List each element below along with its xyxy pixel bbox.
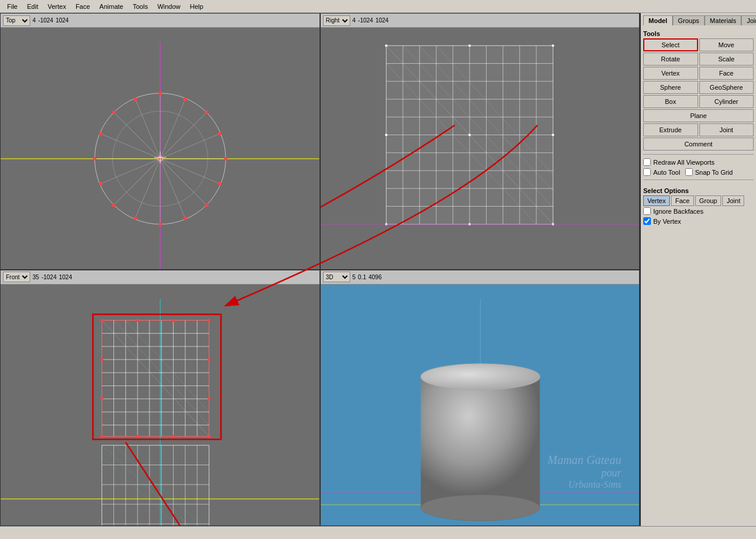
face-button[interactable]: Face [699,67,754,80]
menu-edit[interactable]: Edit [22,2,43,11]
select-button[interactable]: Select [643,38,698,51]
menu-help[interactable]: Help [185,2,208,11]
vertex-button[interactable]: Vertex [643,67,698,80]
viewport-3d[interactable]: 3D Top Front Right 5 0.1 4096 [320,270,640,527]
move-button[interactable]: Move [699,38,754,51]
viewport-front-max: 1024 [59,274,72,280]
svg-point-102 [100,358,103,361]
rotate-button[interactable]: Rotate [643,53,698,66]
plane-button[interactable]: Plane [643,109,754,122]
viewport-right-header: Right Top Front 3D 4 -1024 1024 [321,14,640,28]
viewport-3d-zoom: 5 [353,274,356,280]
menu-face[interactable]: Face [71,2,94,11]
snaptogrid-checkbox[interactable] [685,168,693,176]
scale-button[interactable]: Scale [699,53,754,66]
autotool-label: Auto Tool [653,169,680,176]
by-vertex-label: By Vertex [653,218,681,225]
viewport-right-view-select[interactable]: Right Top Front 3D [323,15,350,26]
tab-joints[interactable]: Joints [741,15,756,25]
viewport-top-view-select[interactable]: Top Front Right 3D [3,15,30,26]
svg-point-26 [99,132,102,135]
viewport-right-canvas[interactable] [321,28,640,270]
menu-vertex[interactable]: Vertex [43,2,71,11]
svg-point-65 [468,133,471,136]
viewport-right-min: -1024 [358,17,373,24]
sel-group-button[interactable]: Group [695,195,722,206]
viewport-3d-canvas[interactable]: Maman Gateau Maman Gateau pour Urbania-S… [321,285,640,527]
viewport-front-header: Front Top Right 3D 35 -1024 1024 [1,270,320,285]
menu-animate[interactable]: Animate [94,2,128,11]
redraw-label: Redraw All Viewports [653,159,715,166]
viewport-3d-header: 3D Top Front Right 5 0.1 4096 [321,270,640,285]
ignore-backfaces-label: Ignore Backfaces [653,208,703,215]
svg-point-136 [421,364,540,390]
svg-point-107 [207,435,210,437]
svg-point-98 [100,318,103,321]
snaptogrid-checkbox-row: Snap To Grid [685,168,733,176]
svg-point-103 [100,397,103,400]
extrude-button[interactable]: Extrude [643,123,698,136]
by-vertex-row: By Vertex [643,217,754,225]
svg-point-28 [133,97,137,101]
svg-point-18 [218,182,221,185]
viewport-front[interactable]: Front Top Right 3D 35 -1024 1024 [0,270,320,527]
tab-materials[interactable]: Materials [705,15,742,25]
menu-window[interactable]: Window [152,2,185,11]
viewport-top-canvas[interactable] [1,28,320,270]
cylinder-button[interactable]: Cylinder [699,95,754,108]
svg-point-23 [112,203,116,207]
tab-model[interactable]: Model [643,15,673,25]
svg-point-22 [133,217,137,220]
tab-groups[interactable]: Groups [673,15,705,25]
svg-point-13 [158,92,162,95]
svg-point-61 [384,44,387,47]
menu-tools[interactable]: Tools [128,2,153,11]
ignore-backfaces-checkbox[interactable] [643,207,651,215]
redraw-checkbox-row: Redraw All Viewports [643,158,754,166]
divider2 [643,179,754,180]
select-options-buttons: Vertex Face Group Joint [643,195,754,206]
viewport-top-min: -1024 [38,17,54,24]
divider1 [643,154,754,155]
statusbar [0,526,756,539]
tools-grid: Select Move Rotate Scale Vertex Face Sph… [643,38,754,122]
svg-point-108 [207,358,210,361]
viewport-front-min: -1024 [41,274,57,280]
by-vertex-checkbox[interactable] [643,217,651,225]
sphere-button[interactable]: Sphere [643,81,698,94]
autotool-checkbox[interactable] [643,168,651,176]
select-options-label: Select Options [643,187,754,194]
viewport-right-zoom: 4 [353,17,356,24]
svg-point-99 [136,318,139,321]
right-panel: Model Groups Materials Joints Tools Sele… [641,13,756,526]
sel-face-button[interactable]: Face [671,195,693,206]
viewport-front-view-select[interactable]: Front Top Right 3D [3,272,30,282]
svg-rect-134 [421,377,540,508]
redraw-checkbox[interactable] [643,158,651,166]
joint-button[interactable]: Joint [699,123,754,136]
box-button[interactable]: Box [643,95,698,108]
svg-point-63 [552,44,554,47]
snaptogrid-label: Snap To Grid [695,169,733,176]
autotool-checkbox-row: Auto Tool [643,168,680,176]
svg-point-100 [172,318,175,321]
viewport-top-zoom: 4 [32,17,36,24]
sel-joint-button[interactable]: Joint [722,195,744,206]
viewport-top[interactable]: Top Front Right 3D 4 -1024 1024 [0,13,320,270]
geosphere-button[interactable]: GeoSphere [699,81,754,94]
sel-vertex-button[interactable]: Vertex [643,195,670,206]
viewport-3d-view-select[interactable]: 3D Top Front Right [323,272,350,282]
svg-point-15 [205,110,208,114]
svg-point-27 [112,110,116,114]
svg-point-21 [158,223,162,226]
viewport-front-canvas[interactable] [1,285,320,527]
viewport-right-max: 1024 [376,17,389,24]
viewport-3d-far: 4096 [369,274,382,280]
viewports-container: Top Front Right 3D 4 -1024 1024 [0,13,641,526]
tools-grid2: Extrude Joint Comment [643,123,754,151]
viewport-top-header: Top Front Right 3D 4 -1024 1024 [1,14,320,28]
svg-point-106 [172,435,175,437]
viewport-right[interactable]: Right Top Front 3D 4 -1024 1024 [320,13,640,270]
menu-file[interactable]: File [2,2,22,11]
comment-button[interactable]: Comment [643,138,754,151]
